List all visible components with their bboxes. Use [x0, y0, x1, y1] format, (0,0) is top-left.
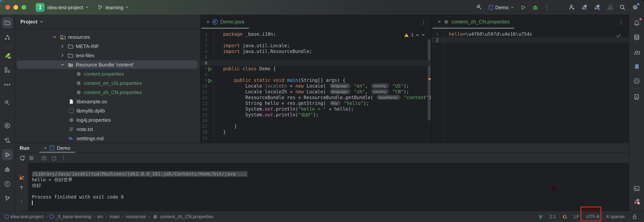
- chevron-right-icon[interactable]: [60, 53, 64, 57]
- warning-stripe-mark[interactable]: [428, 78, 431, 79]
- inspections-widget[interactable]: [616, 33, 621, 38]
- tab-options-menu[interactable]: ⋮: [421, 19, 431, 24]
- run-line-icon[interactable]: [208, 79, 212, 83]
- chevron-right-icon[interactable]: [60, 44, 64, 48]
- code-with-me-button[interactable]: [568, 4, 575, 11]
- caret-position-widget[interactable]: 2:1: [550, 214, 556, 219]
- chevron-down-icon[interactable]: [52, 35, 57, 39]
- maven-tool-button[interactable]: m: [631, 47, 642, 58]
- chevron-down-icon: [510, 5, 514, 9]
- chevron-down-icon: [40, 20, 44, 24]
- jrebel-tool-button[interactable]: JR: [2, 50, 13, 61]
- tree-row[interactable]: log4j.properties: [15, 115, 200, 124]
- tree-row[interactable]: content_en_US.properties: [15, 78, 200, 88]
- google-plugin-icon[interactable]: G: [563, 214, 567, 220]
- profiler-error-button[interactable]: [631, 196, 642, 207]
- indent-widget[interactable]: 4 spaces: [606, 214, 625, 219]
- database-tool-button[interactable]: [631, 32, 642, 43]
- code-editor[interactable]: 1 1package _base.i18n;23import java.util…: [200, 29, 431, 143]
- run-tool-button[interactable]: [2, 149, 13, 160]
- inspections-widget[interactable]: 1: [404, 32, 425, 38]
- code-editor[interactable]: 1hello=\u4f60\u597d\u4e16\u754c2: [432, 29, 629, 143]
- stop-button-disabled[interactable]: [29, 156, 34, 160]
- settings-button[interactable]: [632, 4, 638, 11]
- tree-row[interactable]: note.txt: [15, 124, 200, 134]
- breadcrumb-separator: ›: [46, 214, 47, 219]
- endpoints-tool-button[interactable]: [2, 135, 13, 146]
- binary-plugin-button[interactable]: [631, 61, 642, 72]
- vcs-branch-widget[interactable]: learning: [97, 4, 129, 10]
- breadcrumb-item[interactable]: src: [97, 214, 104, 219]
- maximize-window-button[interactable]: [22, 5, 26, 9]
- tree-row[interactable]: content.properties: [15, 69, 200, 78]
- terminal-tool-button[interactable]: [631, 183, 642, 194]
- project-widget[interactable]: idea-test-project: [47, 4, 89, 10]
- tree-row[interactable]: resources: [15, 32, 200, 41]
- run-line-icon[interactable]: [208, 67, 212, 71]
- cloud-run-button-disabled[interactable]: [606, 4, 613, 11]
- close-tab-icon[interactable]: ×: [206, 19, 210, 24]
- console-options-menu[interactable]: ⋮: [61, 155, 66, 161]
- unlock-icon[interactable]: [632, 214, 638, 220]
- console[interactable]: › /Library/Java/JavaVirtualMachines/jdk1…: [15, 163, 629, 211]
- search-everywhere-button[interactable]: [619, 4, 626, 11]
- code-line: 2: [200, 37, 431, 43]
- chevron-up-icon[interactable]: [416, 33, 419, 37]
- tree-row[interactable]: content_zh_CN.properties: [15, 88, 200, 97]
- project-panel-header[interactable]: Project: [15, 14, 200, 29]
- v-plugin-icon[interactable]: V: [539, 214, 543, 220]
- run-gutter-button[interactable]: [208, 79, 212, 83]
- commit-tool-button[interactable]: [2, 32, 13, 43]
- rerun-button[interactable]: [19, 154, 26, 161]
- console-line: 你好: [32, 183, 629, 189]
- tree-row[interactable]: libexample.so: [15, 97, 200, 106]
- more-actions-menu[interactable]: ⋮: [544, 4, 550, 10]
- profiler-button-disabled[interactable]: [51, 155, 57, 161]
- chevron-down-icon[interactable]: [60, 62, 64, 67]
- tab-options-menu[interactable]: ⋮: [618, 19, 629, 24]
- project-tool-button[interactable]: [2, 17, 13, 28]
- debug-button[interactable]: [532, 4, 538, 10]
- tab-demo-java[interactable]: × C Demo.java: [200, 14, 250, 29]
- thread-dump-button-disabled[interactable]: [41, 155, 47, 161]
- tab-content-zh-cn-properties[interactable]: × content_zh_CN.properties: [432, 14, 515, 29]
- breadcrumb-item[interactable]: idea-test-project: [4, 214, 44, 219]
- more-tool-windows-button[interactable]: •••: [2, 79, 13, 90]
- problems-tool-button[interactable]: [2, 179, 13, 189]
- resources-folder-icon: [60, 34, 66, 40]
- breadcrumb-item[interactable]: _0_base-learning: [50, 214, 91, 219]
- tree-row[interactable]: libmylib.dylib: [15, 106, 200, 115]
- run-button[interactable]: [520, 4, 526, 10]
- line-separator-widget[interactable]: LF: [574, 214, 579, 219]
- breadcrumb-item[interactable]: content_zh_CN.properties: [152, 214, 214, 220]
- plugin-circle-button[interactable]: [631, 76, 642, 86]
- documentation-tool-button[interactable]: A: [631, 91, 642, 102]
- scroll-to-top-icon[interactable]: [18, 184, 24, 191]
- tree-row[interactable]: Resource Bundle 'content': [15, 60, 200, 69]
- run-tab-demo[interactable]: × Demo: [40, 143, 75, 153]
- tree-row[interactable]: META-INF: [15, 41, 200, 51]
- breadcrumb-item[interactable]: main: [110, 214, 120, 219]
- close-window-button[interactable]: [6, 5, 10, 9]
- code-line: 4import java.util.ResourceBundle;: [200, 49, 431, 54]
- debug-tool-button[interactable]: [2, 164, 13, 175]
- profiler-settings-button[interactable]: [594, 4, 600, 11]
- chevron-right-icon[interactable]: ›: [21, 199, 22, 204]
- encoding-widget[interactable]: UTF-8: [586, 214, 599, 219]
- close-tab-icon[interactable]: ×: [438, 19, 441, 24]
- minimize-window-button[interactable]: [14, 5, 18, 9]
- vcs-tool-button[interactable]: [2, 193, 13, 204]
- tree-row[interactable]: test-files: [15, 51, 200, 60]
- tree-row[interactable]: M↓setttings.md: [15, 134, 200, 143]
- build-tool-button[interactable]: [2, 98, 13, 108]
- services-tool-button[interactable]: [2, 120, 13, 131]
- chevron-down-icon[interactable]: [421, 33, 425, 37]
- structure-tool-button[interactable]: [2, 64, 13, 75]
- run-gutter-button[interactable]: [208, 67, 212, 71]
- close-tab-icon[interactable]: ×: [44, 145, 47, 151]
- profile-run-button[interactable]: [581, 4, 588, 11]
- notifications-button[interactable]: [631, 18, 642, 28]
- breadcrumb-item[interactable]: resources: [126, 214, 146, 219]
- build-button[interactable]: [476, 4, 483, 11]
- run-configuration-select[interactable]: Demo: [489, 4, 514, 10]
